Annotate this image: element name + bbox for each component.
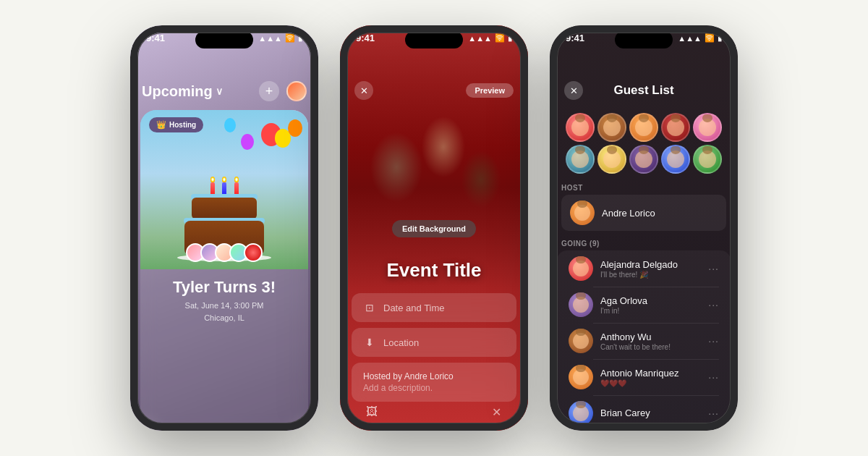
balloon-5 (224, 118, 236, 132)
signal-icon-3: ▲▲▲ (678, 34, 702, 43)
event-title-field[interactable]: Event Title (352, 259, 516, 282)
dynamic-island-3 (615, 31, 673, 48)
add-description-placeholder: Add a description. (363, 383, 505, 393)
host-section-label: HOST (550, 178, 738, 195)
preview-label: Preview (475, 86, 505, 95)
phone-3-background: 9:41 ▲▲▲ 🛜 ▮ ✕ Guest List (550, 25, 738, 431)
photo-picker-button[interactable]: 🖼 (362, 402, 382, 422)
grid-avatar-9[interactable] (661, 145, 690, 174)
grid-avatar-7[interactable] (597, 145, 626, 174)
guest-avatar-alejandra (569, 256, 593, 281)
face-7 (603, 151, 621, 168)
status-time-1: 9:41 (146, 33, 165, 43)
guest-info-anthony: Anthony Wu Can't wait to be there! (600, 332, 701, 351)
description-field[interactable]: Hosted by Andre Lorico Add a description… (352, 363, 516, 402)
header-icons: + (259, 81, 307, 101)
hosting-label: Hosting (169, 121, 196, 129)
battery-icon-2: ▮ (508, 33, 512, 43)
location-label: Location (383, 337, 419, 348)
face-aga (573, 297, 589, 313)
close-icon-3: ✕ (570, 85, 578, 96)
more-button-aga[interactable]: ··· (708, 299, 719, 311)
guest-row-alejandra[interactable]: Alejandra Delgado I'll be there! 🎉 ··· (557, 250, 731, 287)
wifi-icon-3: 🛜 (705, 33, 715, 43)
guest-row-aga[interactable]: Aga Orlova I'm in! ··· (557, 287, 731, 323)
face-2 (603, 119, 621, 136)
face-6 (571, 151, 589, 168)
event-location: Chicago, IL (150, 312, 298, 324)
more-button-anthony[interactable]: ··· (708, 335, 719, 347)
event-card[interactable]: 👑 Hosting Tyler Turns 3! (140, 110, 308, 431)
guest-row-brian[interactable]: Brian Carey ··· (557, 395, 731, 431)
guest-list-close-button[interactable]: ✕ (564, 81, 583, 100)
status-icons-3: ▲▲▲ 🛜 ▮ (678, 33, 722, 43)
status-icons-2: ▲▲▲ 🛜 ▮ (468, 33, 512, 43)
candle-flame-1 (210, 177, 215, 182)
phone-1-wrapper: 9:41 ▲▲▲ 🛜 ▮ Upcoming ∨ + (130, 25, 318, 431)
status-icons-1: ▲▲▲ 🛜 ▮ (258, 33, 302, 43)
wifi-icon-1: 🛜 (285, 33, 295, 43)
card-info: Tyler Turns 3! Sat, June 14, 3:00 PM Chi… (140, 269, 308, 335)
grid-avatar-3[interactable] (629, 113, 658, 142)
event-date: Sat, June 14, 3:00 PM (150, 300, 298, 312)
phone-3-content: 9:41 ▲▲▲ 🛜 ▮ ✕ Guest List (550, 25, 738, 431)
phone-2-wrapper: 9:41 ▲▲▲ 🛜 ▮ ✕ Preview Ed (340, 25, 528, 431)
host-face (574, 205, 590, 221)
more-button-alejandra[interactable]: ··· (708, 263, 719, 274)
phone-2-background: 9:41 ▲▲▲ 🛜 ▮ ✕ Preview Ed (340, 25, 528, 431)
guest-info-antonio: Antonio Manriquez ❤️❤️❤️ (600, 368, 701, 387)
guest-info-aga: Aga Orlova I'm in! (600, 295, 701, 315)
guest-row-antonio[interactable]: Antonio Manriquez ❤️❤️❤️ ··· (557, 359, 731, 395)
x-icon: ✕ (492, 405, 501, 419)
add-event-button[interactable]: + (259, 81, 279, 101)
close-icon: ✕ (360, 85, 368, 96)
guest-list-title: Guest List (613, 83, 673, 98)
cake-middle-tier (192, 198, 257, 219)
phone-2: 9:41 ▲▲▲ 🛜 ▮ ✕ Preview Ed (340, 25, 528, 431)
more-button-brian[interactable]: ··· (708, 408, 719, 419)
user-avatar-button[interactable] (286, 81, 307, 101)
more-button-antonio[interactable]: ··· (708, 371, 719, 383)
edit-background-button[interactable]: Edit Background (392, 220, 476, 237)
attendee-avatar-5 (244, 243, 263, 262)
dismiss-button[interactable]: ✕ (486, 402, 506, 422)
grid-avatar-4[interactable] (661, 113, 690, 142)
phone-2-bottom-bar: 🖼 ✕ (340, 402, 528, 422)
signal-icon-1: ▲▲▲ (258, 34, 282, 43)
grid-avatar-5[interactable] (693, 113, 722, 142)
guest-status-anthony: Can't wait to be there! (600, 343, 701, 351)
candle-flame-3 (234, 177, 239, 182)
grid-avatar-2[interactable] (597, 113, 626, 142)
grid-avatar-8[interactable] (629, 145, 658, 174)
upcoming-title[interactable]: Upcoming ∨ (142, 83, 223, 100)
dynamic-island-2 (405, 31, 463, 48)
guest-name-aga: Aga Orlova (600, 295, 701, 306)
grid-avatar-1[interactable] (566, 113, 595, 142)
guest-name-antonio: Antonio Manriquez (600, 368, 701, 379)
phone-1-content: 9:41 ▲▲▲ 🛜 ▮ Upcoming ∨ + (130, 25, 318, 431)
grid-avatar-6[interactable] (566, 145, 595, 174)
going-section: Alejandra Delgado I'll be there! 🎉 ··· A… (557, 250, 731, 431)
battery-icon-1: ▮ (298, 33, 302, 43)
calendar-icon: ⊡ (363, 302, 376, 313)
close-button[interactable]: ✕ (354, 81, 373, 100)
date-time-field[interactable]: ⊡ Date and Time (352, 293, 516, 322)
guest-status-antonio: ❤️❤️❤️ (600, 379, 701, 387)
wifi-icon-2: 🛜 (495, 33, 505, 43)
candle-flame-2 (222, 177, 226, 182)
face-4 (667, 119, 684, 136)
signal-icon-2: ▲▲▲ (468, 34, 492, 43)
phone-3: 9:41 ▲▲▲ 🛜 ▮ ✕ Guest List (550, 25, 738, 431)
host-row: Andre Lorico (561, 195, 726, 231)
guest-row-anthony[interactable]: Anthony Wu Can't wait to be there! ··· (557, 323, 731, 359)
guest-info-alejandra: Alejandra Delgado I'll be there! 🎉 (600, 259, 701, 279)
going-section-label: GOING (9) (550, 234, 738, 250)
card-image: 👑 Hosting (140, 110, 308, 269)
location-field[interactable]: ⬇ Location (352, 328, 516, 357)
preview-badge: Preview (466, 83, 514, 98)
face-1 (571, 119, 589, 136)
phone-3-header: ✕ Guest List (550, 46, 738, 106)
grid-avatar-10[interactable] (693, 145, 722, 174)
crown-icon: 👑 (156, 120, 166, 130)
host-info: Andre Lorico (602, 208, 718, 219)
